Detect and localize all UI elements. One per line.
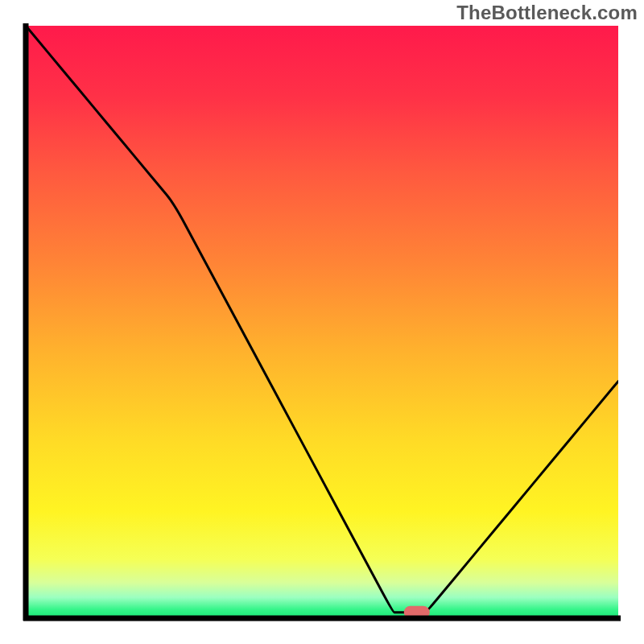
watermark-text: TheBottleneck.com [456, 2, 638, 24]
bottleneck-chart [0, 0, 644, 644]
chart-background [26, 26, 618, 618]
